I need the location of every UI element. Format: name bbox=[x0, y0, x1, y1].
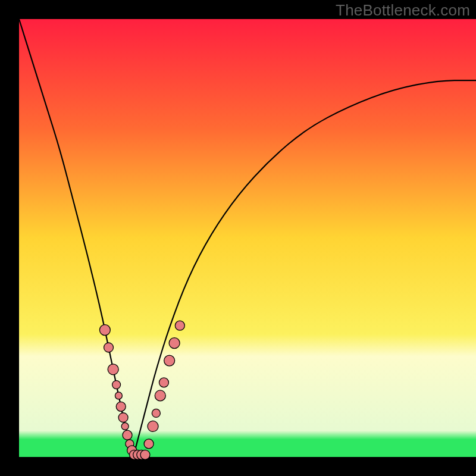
bead-marker bbox=[144, 439, 154, 449]
bead-marker bbox=[169, 338, 180, 349]
right-branch-path bbox=[133, 80, 476, 457]
bead-marker bbox=[164, 355, 175, 366]
bead-marker bbox=[108, 364, 118, 375]
bead-marker bbox=[148, 421, 158, 431]
bead-marker bbox=[159, 378, 168, 387]
bead-marker bbox=[175, 321, 184, 330]
chart-frame: TheBottleneck.com bbox=[0, 0, 476, 476]
bead-marker bbox=[112, 381, 121, 389]
bead-marker bbox=[140, 450, 150, 459]
bead-marker bbox=[104, 343, 114, 352]
left-branch-path bbox=[19, 19, 133, 457]
bead-marker bbox=[121, 422, 129, 430]
bead-marker bbox=[118, 413, 128, 422]
bead-marker bbox=[99, 325, 110, 336]
beads-group bbox=[99, 321, 184, 459]
bead-marker bbox=[155, 390, 165, 401]
curve-svg bbox=[0, 0, 476, 476]
bead-marker bbox=[116, 402, 126, 411]
watermark-text: TheBottleneck.com bbox=[336, 1, 470, 20]
bead-marker bbox=[123, 430, 132, 440]
bead-marker bbox=[152, 409, 160, 417]
bead-marker bbox=[115, 392, 122, 399]
